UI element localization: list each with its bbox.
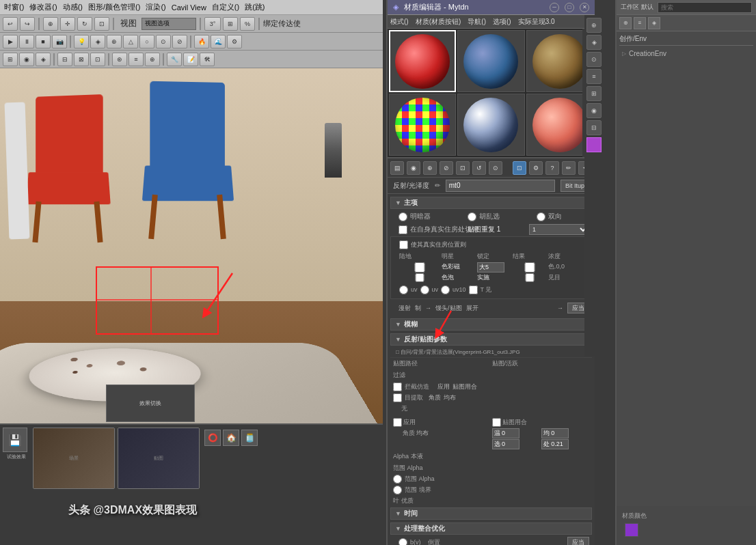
ctrl-btn3[interactable]: 🫙 (241, 430, 258, 446)
menu-dynamic[interactable]: 动感() (63, 2, 83, 12)
geo-btn[interactable]: ○ (139, 35, 154, 48)
menu-time[interactable]: 时窗() (4, 2, 24, 12)
check-main1[interactable] (399, 225, 407, 234)
menu-jump[interactable]: 跳(跳) (245, 2, 265, 12)
a-radio2[interactable] (393, 486, 402, 494)
section-bump-header[interactable]: ▼ 处理整合优化 (390, 522, 592, 535)
script-btn[interactable]: 📝 (183, 53, 198, 66)
mirror-btn[interactable]: ⊠ (74, 53, 89, 66)
stop-btn[interactable]: ■ (36, 35, 51, 48)
vp-thumb-2[interactable]: 贴图 (118, 428, 200, 489)
subsec-check[interactable] (399, 240, 408, 249)
me-minimize-btn[interactable]: ─ (550, 3, 559, 12)
helpers-btn[interactable]: ⊕ (107, 35, 122, 48)
frp-item-1[interactable]: ▷ CreationEnv (619, 48, 753, 59)
me-ico-7[interactable]: ⊙ (489, 161, 502, 175)
cam-btn[interactable]: 📷 (52, 35, 67, 48)
color-swatch-purple[interactable] (625, 523, 638, 537)
me-menu-options[interactable]: 选项() (493, 17, 511, 27)
me-ico-4[interactable]: ⊘ (440, 161, 453, 175)
filt-check1[interactable] (393, 382, 402, 391)
3d-btn[interactable]: 3° (204, 17, 221, 31)
align-btn[interactable]: ⊟ (57, 53, 72, 66)
fpr-check1[interactable] (492, 418, 501, 427)
menu-render[interactable]: 渲染() (146, 2, 165, 12)
b-btn1[interactable]: 应当 (567, 537, 589, 545)
me-menu-render[interactable]: 实际呈现3.0 (518, 17, 555, 27)
radio-opt2[interactable] (468, 212, 476, 221)
mat-cell-5[interactable] (457, 94, 524, 156)
env-btn[interactable]: 🌊 (211, 35, 226, 48)
radio-opt3[interactable] (537, 212, 545, 221)
undo-btn[interactable]: ↩ (3, 17, 18, 31)
mat-cell-4[interactable] (389, 94, 456, 156)
vp-thumb-1[interactable]: 场景 (33, 428, 115, 489)
side-ico-2[interactable]: ◈ (586, 35, 602, 50)
repeat-select[interactable]: 1 (529, 224, 589, 235)
me-ico-pencil[interactable]: ✏ (562, 161, 576, 175)
fpr-inp1[interactable] (492, 428, 519, 438)
tools-btn[interactable]: 🛠 (200, 53, 215, 66)
anim-btn[interactable]: 🔥 (194, 35, 209, 48)
side-ico-4[interactable]: ≡ (586, 69, 602, 84)
side-ico-1[interactable]: ⊕ (586, 18, 602, 33)
menu-graph[interactable]: 图形/颜色管理() (88, 2, 140, 12)
me-ico-settings[interactable]: ⚙ (529, 161, 543, 175)
me-shader-input[interactable] (446, 180, 555, 192)
light-btn[interactable]: 💡 (74, 35, 89, 48)
b-radio1[interactable] (399, 538, 407, 546)
me-ico-6[interactable]: ↺ (472, 161, 486, 175)
sg-check2[interactable] (513, 262, 547, 272)
percent-btn[interactable]: % (240, 17, 255, 31)
fp-check1[interactable] (393, 418, 402, 427)
wire-btn[interactable]: ⊞ (3, 53, 18, 66)
me-menu-mode[interactable]: 模式() (390, 17, 409, 27)
shapes-btn[interactable]: △ (123, 35, 138, 48)
space-btn[interactable]: ⊘ (172, 35, 187, 48)
uv-check[interactable] (469, 285, 478, 294)
uv-radio3[interactable] (441, 285, 450, 294)
menu-customize[interactable]: 自定义() (212, 2, 239, 12)
me-ico-1[interactable]: ▤ (390, 161, 404, 175)
me-ico-5[interactable]: ⊡ (456, 161, 470, 175)
frp-search-input[interactable] (658, 2, 752, 13)
sg-check4[interactable] (513, 273, 547, 282)
clone-btn[interactable]: ⊡ (90, 53, 105, 66)
section-time-header[interactable]: ▼ 时间 (390, 507, 592, 520)
mat-cell-1[interactable] (389, 30, 456, 92)
me-ico-help[interactable]: ? (545, 161, 559, 175)
sg-check3[interactable] (399, 273, 440, 282)
uv-radio2[interactable] (420, 285, 429, 294)
radio-opt1[interactable] (399, 212, 407, 221)
ctrl-btn2[interactable]: 🏠 (223, 430, 239, 446)
snap-btn[interactable]: ⊞ (223, 17, 238, 31)
render2-btn[interactable]: ⚙ (227, 35, 242, 48)
me-ico-2[interactable]: ◉ (407, 161, 420, 175)
sg-input1[interactable] (477, 262, 504, 272)
rotate-btn[interactable]: ↻ (77, 17, 92, 31)
section-blur-header[interactable]: ▼ 模糊 (390, 318, 592, 331)
mod-btn[interactable]: ⊙ (156, 35, 171, 48)
me-close-btn[interactable]: ✕ (580, 3, 589, 12)
frp-btn2[interactable]: ≡ (634, 17, 646, 29)
fpr-inp2[interactable] (541, 428, 569, 438)
sg-check1[interactable] (399, 262, 440, 272)
me-menu-material[interactable]: 材质(材质按钮) (416, 17, 461, 27)
fpr-inp3[interactable] (492, 439, 519, 449)
move-btn[interactable]: ✛ (60, 17, 75, 31)
ctrl-btn1[interactable]: ⭕ (204, 430, 221, 446)
scale-btn[interactable]: ⊡ (94, 17, 109, 31)
solid-btn[interactable]: ◉ (19, 53, 34, 66)
me-maximize-btn[interactable]: □ (565, 3, 574, 12)
save-icon[interactable]: 💾 (3, 428, 27, 452)
side-ico-3[interactable]: ⊙ (586, 52, 602, 67)
fpr-inp4[interactable] (541, 439, 569, 449)
side-ico-7[interactable]: ⊟ (586, 120, 602, 135)
filt-check2[interactable] (393, 393, 402, 402)
view-selector[interactable]: 视图选项 (141, 18, 196, 30)
section-maps-header[interactable]: ▼ 反射/贴图参数 (390, 333, 592, 346)
redo-btn[interactable]: ↪ (20, 17, 35, 31)
mat-cell-2[interactable] (457, 30, 524, 92)
side-ico-6[interactable]: ◉ (586, 103, 602, 118)
uv-radio1[interactable] (399, 285, 408, 294)
